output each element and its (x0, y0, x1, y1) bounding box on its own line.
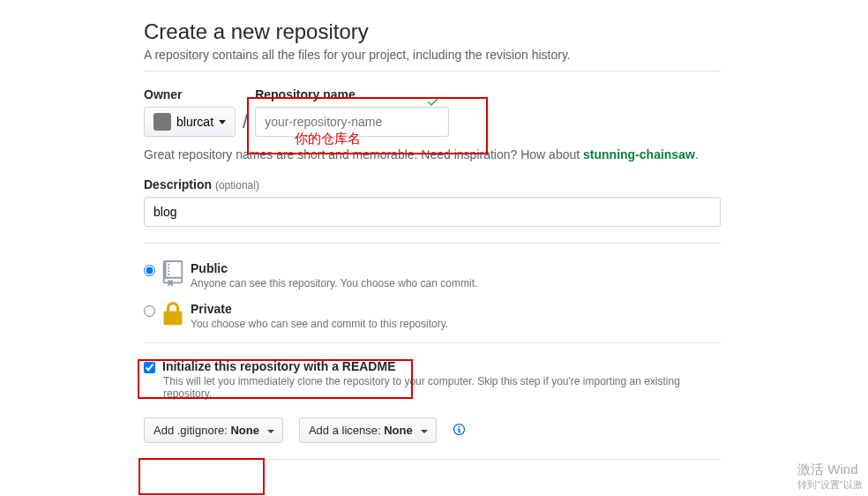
visibility-private-option[interactable]: Private You choose who can see and commi… (144, 302, 723, 330)
info-icon[interactable] (453, 423, 466, 439)
owner-label: Owner (144, 87, 236, 101)
divider (144, 342, 721, 343)
divider (144, 71, 721, 71)
lock-icon (162, 302, 183, 327)
gitignore-select[interactable]: Add .gitignore: None (144, 417, 283, 443)
windows-activation-watermark: 激活 Wind 转到"设置"以激 (797, 461, 863, 491)
repo-name-input[interactable] (255, 107, 449, 137)
repo-name-label: Repository name (255, 87, 449, 101)
repo-icon (162, 261, 183, 286)
owner-repo-separator: / (243, 110, 248, 133)
initialize-readme-checkbox[interactable] (144, 362, 155, 373)
public-radio[interactable] (144, 265, 155, 276)
divider (144, 243, 721, 244)
description-label: Description (optional) (144, 177, 259, 192)
initialize-readme-subtitle: This will let you immediately clone the … (163, 375, 723, 400)
visibility-public-option[interactable]: Public Anyone can see this repository. Y… (144, 261, 723, 289)
initialize-readme-label: Initialize this repository with a README (162, 359, 395, 373)
suggestion-link[interactable]: stunning-chainsaw (583, 147, 695, 162)
check-icon (426, 94, 440, 111)
repo-name-hint: Great repository names are short and mem… (144, 147, 723, 162)
caret-down-icon (219, 120, 226, 124)
divider (144, 459, 721, 460)
license-select[interactable]: Add a license: None (299, 417, 437, 443)
private-title: Private (191, 302, 232, 316)
public-title: Public (191, 261, 228, 275)
page-subtitle: A repository contains all the files for … (144, 48, 723, 62)
owner-avatar (153, 113, 171, 131)
public-subtitle: Anyone can see this repository. You choo… (191, 277, 477, 289)
owner-name: blurcat (176, 115, 213, 129)
private-subtitle: You choose who can see and commit to thi… (191, 318, 448, 330)
owner-select[interactable]: blurcat (144, 107, 236, 137)
private-radio[interactable] (144, 305, 155, 317)
initialize-readme-option[interactable]: Initialize this repository with a README (144, 359, 723, 373)
description-input[interactable] (144, 197, 721, 227)
page-title: Create a new repository (144, 19, 723, 44)
